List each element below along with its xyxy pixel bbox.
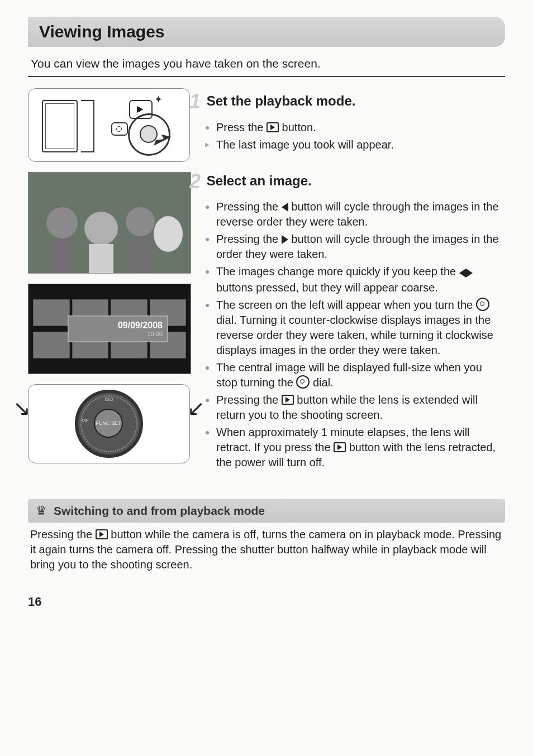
filmstrip-date: 09/09/2008 — [118, 320, 163, 331]
step-1-heading-text: Set the playback mode. — [207, 93, 356, 108]
svg-point-3 — [126, 207, 155, 236]
step-2-heading-text: Select an image. — [207, 173, 312, 188]
section-title-bar: Viewing Images — [28, 17, 505, 47]
filmstrip-time: 10:00 — [147, 331, 163, 337]
tip-body: Pressing the button while the camera is … — [28, 527, 505, 572]
step-1-heading: 1 Set the playback mode. — [204, 88, 505, 116]
illustration-column: ✦ — [28, 88, 190, 486]
right-arrow-icon — [282, 235, 288, 244]
section-title: Viewing Images — [39, 22, 494, 41]
camera-small-button-icon — [111, 122, 128, 136]
step-2-bullet-4: The screen on the left will appear when … — [204, 298, 505, 358]
svg-point-2 — [84, 212, 118, 245]
content-columns: ✦ — [28, 88, 505, 486]
filmstrip-screen-illustration: 09/09/2008 10:00 — [28, 284, 191, 374]
svg-rect-7 — [129, 236, 151, 273]
tip-heading-bar: ♛ Switching to and from playback mode — [28, 499, 505, 523]
manual-page: Viewing Images You can view the images y… — [0, 0, 533, 620]
playback-button-icon — [282, 395, 294, 405]
control-dial-illustration: ↘ ISO MF FUNC SET ↙ — [28, 384, 190, 463]
camera-back-illustration: ✦ — [28, 88, 190, 162]
filmstrip-center-image: 09/09/2008 10:00 — [68, 315, 168, 342]
playback-button-icon — [96, 529, 108, 539]
intro-text: You can view the images you have taken o… — [28, 57, 505, 70]
svg-point-4 — [154, 216, 183, 252]
step-2-bullet-7: When approximately 1 minute elapses, the… — [204, 425, 505, 470]
svg-point-1 — [46, 207, 78, 238]
step-2-bullet-5: The central image will be displayed full… — [204, 360, 505, 390]
step-2-number: 2 — [189, 168, 201, 195]
pointer-arrow-icon — [128, 133, 173, 156]
left-arrow-icon — [282, 203, 288, 212]
step-1-bullets: Press the button. The last image you too… — [204, 120, 505, 152]
sample-photo-illustration — [28, 172, 191, 274]
step-2-bullet-2: Pressing the button will cycle through t… — [204, 232, 505, 262]
step-2-heading: 2 Select an image. — [204, 168, 505, 195]
step-2-bullets: Pressing the button will cycle through t… — [204, 199, 505, 470]
dial-label-func-set: FUNC SET — [94, 409, 123, 438]
tip-heading: Switching to and from playback mode — [54, 504, 265, 518]
dial-right-arrow-icon: ↙ — [187, 396, 205, 420]
dial-label-iso: ISO — [78, 396, 140, 402]
divider — [28, 76, 505, 77]
svg-rect-6 — [89, 244, 113, 273]
svg-rect-5 — [51, 238, 73, 273]
step-2-bullet-6: Pressing the button while the lens is ex… — [204, 393, 505, 423]
control-dial-icon — [476, 298, 489, 311]
step-2: 2 Select an image. Pressing the button w… — [204, 168, 505, 471]
step-1-bullet-2: The last image you took will appear. — [204, 137, 505, 152]
dial-label-mf: MF — [82, 418, 89, 423]
step-2-bullet-1: Pressing the button will cycle through t… — [204, 199, 505, 229]
left-right-arrow-icon — [459, 265, 473, 280]
instructions-column: 1 Set the playback mode. Press the butto… — [204, 88, 505, 486]
step-1-bullet-1: Press the button. — [204, 120, 505, 135]
lightbulb-icon: ♛ — [36, 504, 47, 518]
playback-button-icon — [334, 442, 346, 452]
step-2-bullet-3: The images change more quickly if you ke… — [204, 264, 505, 295]
playback-button-icon — [266, 122, 279, 132]
sparkle-icon: ✦ — [154, 93, 163, 106]
dial-left-arrow-icon: ↘ — [13, 396, 31, 420]
step-1: 1 Set the playback mode. Press the butto… — [204, 88, 505, 152]
page-number: 16 — [28, 595, 505, 609]
step-1-number: 1 — [189, 88, 201, 116]
control-dial-icon — [296, 375, 310, 389]
